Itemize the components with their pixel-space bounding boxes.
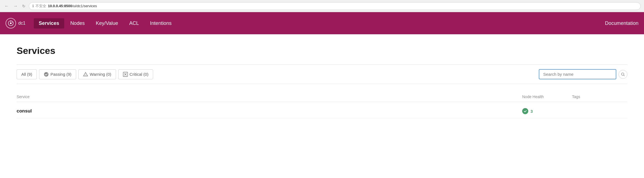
page-title: Services xyxy=(17,45,627,56)
filter-bar: All (9) Passing (9) ! Warning (0) Critic… xyxy=(17,64,627,84)
table-row[interactable]: consul 3 xyxy=(17,104,627,118)
search-area xyxy=(539,69,627,79)
svg-point-4 xyxy=(44,72,48,77)
navbar-logo[interactable]: dc1 xyxy=(6,18,25,28)
filter-warning-label: Warning (0) xyxy=(90,72,111,77)
filter-passing-button[interactable]: Passing (9) xyxy=(39,69,76,79)
url-path: /ui/dc1/services xyxy=(72,4,97,8)
nav-item-services[interactable]: Services xyxy=(34,18,64,28)
security-label: 不安全 xyxy=(35,4,46,9)
nav-item-intentions[interactable]: Intentions xyxy=(145,18,177,28)
health-check-icon xyxy=(522,108,528,114)
svg-point-3 xyxy=(12,22,13,23)
filter-critical-button[interactable]: Critical (0) xyxy=(118,69,153,79)
critical-x-icon xyxy=(123,72,128,77)
browser-chrome: ← → ↻ ℹ 不安全 10.0.0.45:8500/ui/dc1/servic… xyxy=(0,0,644,12)
dc-label: dc1 xyxy=(18,21,25,26)
main-content: Services All (9) Passing (9) ! Warning (… xyxy=(0,34,644,172)
filter-critical-label: Critical (0) xyxy=(130,72,148,77)
navbar-nav: Services Nodes Key/Value ACL Intentions xyxy=(34,18,177,28)
column-header-service: Service xyxy=(17,95,522,99)
url-host-port: 10.0.0.45:8500 xyxy=(48,4,72,8)
passing-check-icon xyxy=(44,72,49,77)
column-header-node-health: Node Health xyxy=(522,95,572,99)
filter-warning-button[interactable]: ! Warning (0) xyxy=(78,69,116,79)
filter-all-label: All (9) xyxy=(21,72,32,77)
search-icon[interactable] xyxy=(619,70,627,79)
address-bar[interactable]: ℹ 不安全 10.0.0.45:8500/ui/dc1/services xyxy=(29,2,641,10)
svg-point-2 xyxy=(11,21,11,22)
consul-logo-icon xyxy=(6,18,16,28)
column-header-tags: Tags xyxy=(572,95,627,99)
filter-all-button[interactable]: All (9) xyxy=(17,69,37,79)
forward-button[interactable]: → xyxy=(12,3,19,9)
info-icon: ℹ xyxy=(32,4,34,8)
navbar: dc1 Services Nodes Key/Value ACL Intenti… xyxy=(0,12,644,34)
table-header: Service Node Health Tags xyxy=(17,92,627,102)
node-health-value: 3 xyxy=(522,108,572,114)
navbar-left: dc1 Services Nodes Key/Value ACL Intenti… xyxy=(6,18,177,28)
nav-item-nodes[interactable]: Nodes xyxy=(65,18,90,28)
url-text: 10.0.0.45:8500/ui/dc1/services xyxy=(48,4,97,8)
svg-point-1 xyxy=(10,22,12,24)
nav-item-keyvalue[interactable]: Key/Value xyxy=(91,18,123,28)
nav-item-acl[interactable]: ACL xyxy=(124,18,144,28)
health-count: 3 xyxy=(530,109,533,114)
svg-text:!: ! xyxy=(85,74,86,76)
search-input[interactable] xyxy=(539,69,616,79)
filter-passing-label: Passing (9) xyxy=(50,72,71,77)
back-button[interactable]: ← xyxy=(3,3,10,9)
filter-buttons: All (9) Passing (9) ! Warning (0) Critic… xyxy=(17,69,153,79)
reload-button[interactable]: ↻ xyxy=(21,3,27,9)
service-name: consul xyxy=(17,108,522,114)
documentation-link[interactable]: Documentation xyxy=(605,20,638,26)
warning-triangle-icon: ! xyxy=(83,72,88,77)
